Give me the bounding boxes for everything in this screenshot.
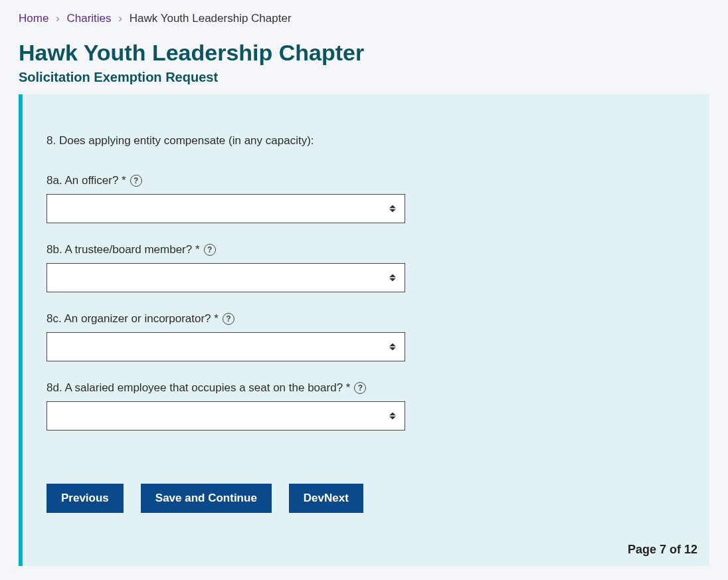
chevron-right-icon: › [118,12,122,25]
breadcrumb-current: Hawk Youth Leadership Chapter [130,12,292,25]
question-8-heading: 8. Does applying entity compensate (in a… [46,134,685,147]
field-8c-label-row: 8c. An organizer or incorporator? * ? [46,312,685,326]
field-8a-label: 8a. An officer? * [46,174,126,187]
page-indicator: Page 7 of 12 [628,543,697,557]
help-icon[interactable]: ? [204,244,216,256]
field-8b-label: 8b. A trustee/board member? * [46,243,200,256]
field-8d-label-row: 8d. A salaried employee that occupies a … [46,381,685,395]
field-8c-select[interactable] [46,332,405,361]
button-row: Previous Save and Continue DevNext [46,484,685,513]
help-icon[interactable]: ? [223,313,234,325]
breadcrumb-charities-link[interactable]: Charities [67,12,112,25]
page-title: Hawk Youth Leadership Chapter [19,40,709,66]
field-8a: 8a. An officer? * ? [46,174,685,223]
field-8b-label-row: 8b. A trustee/board member? * ? [46,243,685,256]
field-8d-label: 8d. A salaried employee that occupies a … [46,381,350,395]
field-8a-label-row: 8a. An officer? * ? [46,174,685,187]
help-icon[interactable]: ? [130,175,142,187]
field-8c-label: 8c. An organizer or incorporator? * [46,312,219,326]
breadcrumb-home-link[interactable]: Home [19,12,48,25]
field-8d-select[interactable] [46,401,405,431]
previous-button[interactable]: Previous [46,484,124,513]
devnext-button[interactable]: DevNext [289,484,363,513]
field-8c: 8c. An organizer or incorporator? * ? [46,312,685,361]
field-8b-select[interactable] [46,263,405,292]
breadcrumb: Home › Charities › Hawk Youth Leadership… [19,12,709,25]
page-subtitle: Solicitation Exemption Request [19,70,709,85]
help-icon[interactable]: ? [354,382,366,394]
field-8a-select[interactable] [46,194,405,223]
form-panel: 8. Does applying entity compensate (in a… [19,94,709,566]
chevron-right-icon: › [56,12,60,25]
save-and-continue-button[interactable]: Save and Continue [141,484,272,513]
field-8d: 8d. A salaried employee that occupies a … [46,381,685,431]
field-8b: 8b. A trustee/board member? * ? [46,243,685,292]
